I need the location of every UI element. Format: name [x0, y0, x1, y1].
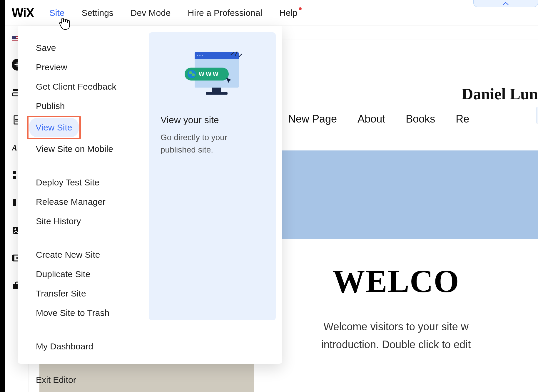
- nav-re[interactable]: Re: [456, 113, 469, 125]
- site-title[interactable]: Daniel Lun: [462, 85, 538, 103]
- site-menu-list: Save Preview Get Client Feedback Publish…: [18, 26, 147, 364]
- page-thumbnail[interactable]: [536, 107, 538, 123]
- menu-item-preview[interactable]: Preview: [29, 58, 135, 77]
- globe-icon: [188, 70, 196, 78]
- view-site-illustration: WWW: [183, 50, 242, 97]
- menu-item-dashboard[interactable]: My Dashboard: [29, 337, 135, 356]
- nav-about[interactable]: About: [357, 113, 385, 125]
- menu-item-save[interactable]: Save: [29, 38, 135, 58]
- www-label: WWW: [199, 71, 220, 78]
- menu-hire[interactable]: Hire a Professional: [188, 8, 262, 18]
- menu-item-create[interactable]: Create New Site: [29, 245, 135, 264]
- menu-item-release[interactable]: Release Manager: [29, 192, 135, 212]
- highlight-view-site: View Site: [27, 116, 81, 139]
- help-notification-dot: [299, 7, 302, 10]
- welcome-line-1: Welcome visitors to your site w: [254, 318, 538, 336]
- menu-item-history[interactable]: Site History: [29, 212, 135, 231]
- menu-item-duplicate[interactable]: Duplicate Site: [29, 264, 135, 284]
- preview-title: View your site: [161, 115, 264, 125]
- svg-line-17: [235, 52, 237, 56]
- preview-card: WWW View your site Go directly to your p…: [149, 32, 276, 320]
- top-bar: WiX Site Settings Dev Mode Hire a Profes…: [5, 0, 538, 26]
- chevron-up-icon: [502, 1, 509, 6]
- svg-line-18: [239, 54, 242, 57]
- menu-item-deploy[interactable]: Deploy Test Site: [29, 173, 135, 192]
- menu-help-label: Help: [279, 8, 298, 18]
- svg-point-11: [14, 228, 16, 230]
- menu-item-view-mobile[interactable]: View Site on Mobile: [29, 139, 135, 159]
- nav-books[interactable]: Books: [406, 113, 435, 125]
- menu-item-feedback[interactable]: Get Client Feedback: [29, 77, 135, 96]
- menu-item-view-site[interactable]: View Site: [29, 118, 79, 137]
- menu-settings[interactable]: Settings: [81, 8, 113, 18]
- svg-rect-7: [13, 199, 16, 206]
- menu-item-exit[interactable]: Exit Editor: [29, 370, 135, 390]
- svg-line-16: [231, 52, 234, 55]
- svg-text:A: A: [12, 143, 17, 152]
- wix-logo[interactable]: WiX: [12, 6, 34, 20]
- collapse-top-panel[interactable]: [473, 0, 538, 7]
- site-menu-preview: WWW View your site Go directly to your p…: [147, 26, 282, 364]
- welcome-line-2: introduction. Double click to edit: [254, 336, 538, 354]
- svg-rect-13: [13, 255, 14, 261]
- nav-new-page[interactable]: New Page: [288, 113, 337, 125]
- menu-site[interactable]: Site: [49, 8, 65, 18]
- menu-item-publish[interactable]: Publish: [29, 96, 135, 116]
- menu-dev-mode[interactable]: Dev Mode: [131, 8, 171, 18]
- svg-rect-3: [13, 171, 16, 174]
- welcome-title[interactable]: WELCO: [254, 263, 538, 300]
- menu-item-transfer[interactable]: Transfer Site: [29, 284, 135, 303]
- menu-help[interactable]: Help: [279, 8, 298, 18]
- top-menu: Site Settings Dev Mode Hire a Profession…: [49, 8, 298, 18]
- welcome-body[interactable]: Welcome visitors to your site w introduc…: [254, 318, 538, 354]
- preview-description: Go directly to your published site.: [161, 131, 243, 156]
- cursor-arrow-icon: [225, 77, 233, 86]
- site-menu-dropdown: Save Preview Get Client Feedback Publish…: [18, 26, 282, 364]
- left-border: [0, 0, 5, 392]
- svg-rect-5: [13, 176, 16, 179]
- menu-item-trash[interactable]: Move Site to Trash: [29, 303, 135, 323]
- welcome-card[interactable]: WELCO Welcome visitors to your site w in…: [254, 239, 538, 392]
